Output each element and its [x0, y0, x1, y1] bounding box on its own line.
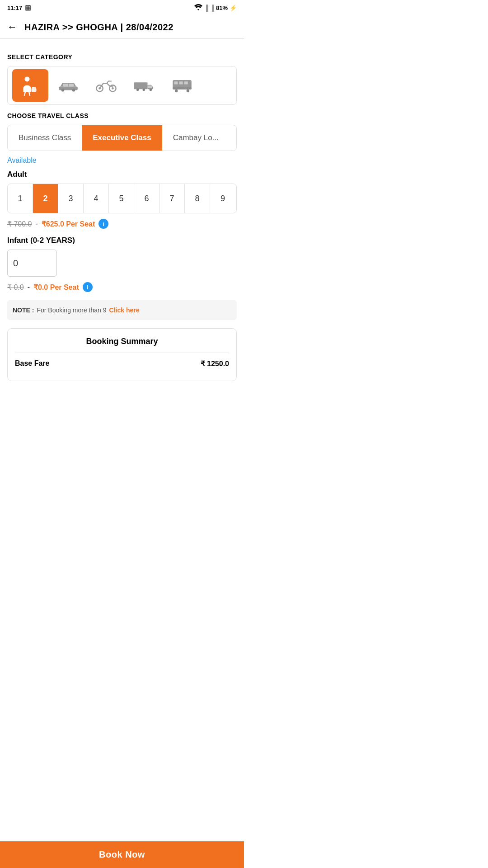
svg-point-27	[187, 90, 189, 92]
tab-executive[interactable]: Executive Class	[82, 125, 162, 151]
count-3[interactable]: 3	[58, 184, 84, 213]
adult-original-price: ₹ 700.0	[7, 220, 32, 228]
svg-point-14	[99, 87, 101, 90]
svg-point-19	[143, 89, 145, 91]
adult-count-row: 1 2 3 4 5 6 7 8 9	[7, 184, 237, 213]
svg-point-20	[150, 89, 152, 91]
click-here-link[interactable]: Click here	[109, 307, 140, 314]
battery-text: 81%	[216, 5, 228, 11]
svg-point-8	[61, 89, 64, 91]
svg-point-18	[136, 89, 139, 91]
category-selector	[7, 66, 237, 105]
infant-input[interactable]: 0	[7, 250, 57, 277]
svg-line-2	[29, 92, 30, 95]
svg-line-1	[24, 92, 25, 95]
summary-divider	[15, 353, 229, 353]
status-time: 11:17	[7, 5, 22, 11]
count-8[interactable]: 8	[185, 184, 210, 213]
svg-point-0	[25, 77, 29, 81]
back-button[interactable]: ←	[7, 21, 17, 33]
adult-price-row: ₹ 700.0 - ₹625.0 Per Seat i	[7, 219, 237, 229]
svg-rect-11	[69, 84, 74, 86]
infant-label: Infant (0-2 YEARS)	[7, 236, 237, 245]
signal2-icon: ▐	[210, 5, 214, 11]
count-6[interactable]: 6	[134, 184, 160, 213]
infant-current-price: ₹0.0 Per Seat	[33, 283, 79, 292]
note-text: For Booking more than 9	[37, 307, 106, 314]
category-label: SELECT CATEGORY	[7, 53, 237, 61]
svg-rect-24	[184, 81, 188, 84]
count-9[interactable]: 9	[210, 184, 235, 213]
category-truck[interactable]	[126, 69, 162, 102]
travel-class-tabs: Business Class Executive Class Cambay Lo…	[7, 125, 237, 151]
svg-point-15	[112, 87, 114, 90]
battery-icon: ⚡	[230, 5, 237, 11]
svg-point-26	[175, 90, 178, 92]
wifi-icon	[194, 4, 202, 12]
svg-rect-22	[174, 81, 178, 84]
count-2[interactable]: 2	[33, 184, 58, 213]
base-fare-label: Base Fare	[15, 359, 50, 368]
signal-icon: ▐	[204, 5, 208, 11]
header: ← HAZIRA >> GHOGHA | 28/04/2022	[0, 16, 244, 39]
count-7[interactable]: 7	[160, 184, 185, 213]
category-car[interactable]	[50, 69, 86, 102]
svg-point-9	[72, 89, 75, 91]
note-row: NOTE : For Booking more than 9 Click her…	[7, 300, 237, 320]
infant-original-price: ₹ 0.0	[7, 283, 24, 292]
adult-current-price: ₹625.0 Per Seat	[42, 220, 95, 228]
category-people[interactable]	[12, 69, 48, 102]
summary-base-fare-row: Base Fare ₹ 1250.0	[15, 359, 229, 368]
availability-text: Available	[7, 156, 237, 165]
travel-class-label: CHOOSE TRAVEL CLASS	[7, 112, 237, 119]
adult-info-icon[interactable]: i	[99, 219, 108, 229]
infant-price-row: ₹ 0.0 - ₹0.0 Per Seat i	[7, 282, 237, 292]
base-fare-value: ₹ 1250.0	[201, 359, 229, 368]
page-title: HAZIRA >> GHOGHA | 28/04/2022	[24, 22, 174, 33]
svg-rect-23	[179, 81, 183, 84]
dji-icon: ⊞	[25, 4, 31, 12]
count-5[interactable]: 5	[109, 184, 134, 213]
tab-business[interactable]: Business Class	[8, 125, 82, 151]
svg-rect-3	[32, 88, 36, 92]
count-1[interactable]: 1	[8, 184, 33, 213]
category-bus[interactable]	[164, 69, 200, 102]
note-label: NOTE :	[13, 307, 34, 314]
adult-label: Adult	[7, 170, 237, 179]
svg-rect-10	[63, 84, 68, 86]
category-motorbike[interactable]	[88, 69, 124, 102]
tab-cambay[interactable]: Cambay Lo...	[162, 125, 230, 151]
count-4[interactable]: 4	[84, 184, 109, 213]
svg-rect-16	[134, 82, 147, 89]
svg-rect-17	[148, 85, 152, 88]
main-content: SELECT CATEGORY	[0, 39, 244, 417]
svg-rect-25	[173, 87, 192, 90]
booking-summary: Booking Summary Base Fare ₹ 1250.0	[7, 328, 237, 381]
infant-info-icon[interactable]: i	[83, 282, 93, 292]
status-bar: 11:17 ⊞ ▐ ▐ 81% ⚡	[0, 0, 244, 16]
summary-title: Booking Summary	[15, 337, 229, 346]
